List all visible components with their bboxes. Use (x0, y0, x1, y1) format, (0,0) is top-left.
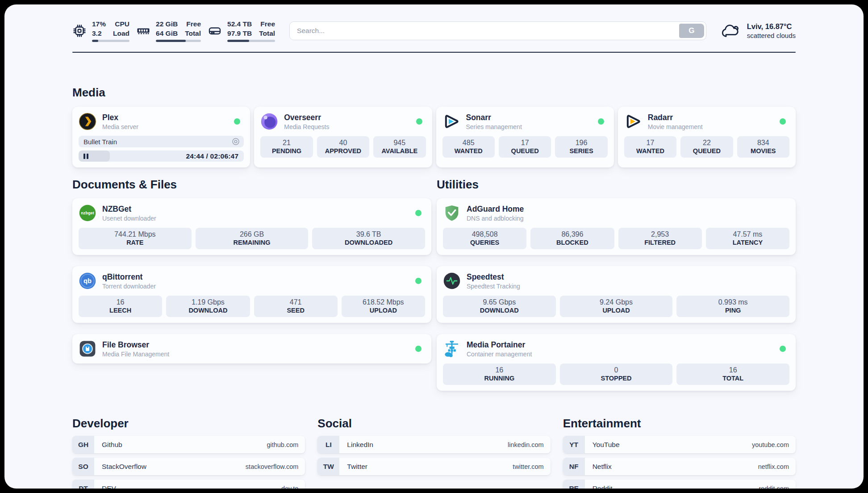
stat-box: 86,396BLOCKED (530, 228, 614, 249)
stat-box: 945AVAILABLE (373, 136, 426, 158)
app-name: Media Portainer (467, 340, 532, 350)
app-subtitle: Media server (102, 123, 138, 130)
adguard-icon (443, 204, 461, 222)
bookmark-url: netflix.com (758, 463, 789, 470)
bookmark-abbr: YT (563, 436, 585, 453)
bookmark-abbr: DT (72, 480, 94, 489)
bookmark-reddit[interactable]: RE Reddit reddit.com (563, 480, 796, 489)
app-card-plex[interactable]: Plex Media server Bullet Train 24:44 / 0 (72, 107, 250, 167)
app-card-qbittorrent[interactable]: qb qBittorrent Torrent downloader 16LEEC… (72, 266, 431, 323)
cloud-icon (721, 23, 741, 38)
app-card-nzbget[interactable]: nzbget NZBGet Usenet downloader 744.21 M… (72, 198, 431, 255)
stat-box: 834MOVIES (737, 136, 789, 158)
app-card-radarr[interactable]: Radarr Movie management 17WANTED 22QUEUE… (618, 107, 796, 167)
bookmark-group-social: Social LI LinkedIn linkedin.com TW Twitt… (317, 391, 550, 489)
cpu-icon (72, 24, 87, 38)
bookmark-abbr: LI (317, 436, 339, 453)
dashboard-page: 17% 3.2 CPU Load (4, 4, 864, 489)
disk-stat: 52.4 TB 97.9 TB Free Total (208, 20, 275, 42)
stat-box: 21PENDING (260, 136, 313, 158)
status-online-dot (416, 118, 422, 125)
stat-box: 618.52 MbpsUPLOAD (342, 296, 425, 317)
media-cards-row: Plex Media server Bullet Train 24:44 / 0 (72, 107, 796, 167)
cpu-load-value: 3.2 (92, 29, 106, 38)
bookmark-name: Netflix (593, 463, 612, 471)
stat-box: 16LEECH (79, 296, 162, 317)
section-title-utilities: Utilities (437, 178, 796, 192)
app-subtitle: Torrent downloader (102, 283, 156, 290)
bookmark-dev[interactable]: DT DEV dev.to (72, 480, 305, 489)
now-playing-time: 24:44 / 02:06:47 (186, 152, 238, 160)
disk-progress-fill (227, 40, 249, 42)
bookmark-abbr: GH (72, 436, 94, 453)
app-card-speedtest[interactable]: Speedtest Speedtest Tracking 9.65 GbpsDO… (437, 266, 796, 323)
bookmark-name: LinkedIn (347, 441, 373, 449)
status-online-dot (780, 346, 786, 352)
header-divider (72, 52, 796, 53)
app-card-overseerr[interactable]: Overseerr Media Requests 21PENDING 40APP… (254, 107, 432, 167)
cpu-stat: 17% 3.2 CPU Load (72, 20, 129, 42)
stat-box: 39.6 TBDOWNLOADED (312, 228, 425, 249)
overseerr-icon (260, 113, 278, 130)
bookmark-name: Github (102, 441, 122, 449)
bookmark-url: github.com (267, 441, 298, 448)
app-subtitle: Media File Management (102, 351, 169, 358)
app-card-adguard[interactable]: AdGuard Home DNS and adblocking 498,508Q… (437, 198, 796, 255)
app-card-filebrowser[interactable]: File Browser Media File Management (72, 334, 431, 363)
bookmark-name: DEV (102, 485, 116, 489)
stat-box: 16TOTAL (676, 363, 789, 385)
ram-stat: 22 GiB 64 GiB Free Total (136, 20, 201, 42)
stat-box: 471SEED (254, 296, 338, 317)
ram-total-value: 64 GiB (156, 29, 178, 38)
record-icon (232, 138, 240, 146)
disk-progress-track (227, 40, 275, 42)
bookmark-url: stackoverflow.com (246, 463, 298, 470)
bookmark-abbr: NF (563, 458, 585, 475)
app-card-sonarr[interactable]: Sonarr Series management 485WANTED 17QUE… (436, 107, 614, 167)
sonarr-icon (442, 113, 460, 130)
app-subtitle: Container management (467, 351, 532, 358)
bookmark-github[interactable]: GH Github github.com (72, 436, 305, 453)
stat-box: 2,953FILTERED (618, 228, 702, 249)
bookmark-name: YouTube (593, 441, 620, 449)
search-bar: G (289, 21, 706, 40)
now-playing-progress: 24:44 / 02:06:47 (79, 150, 244, 162)
stat-box: 196SERIES (555, 136, 607, 158)
app-name: AdGuard Home (467, 205, 524, 214)
app-card-portainer[interactable]: Media Portainer Container management 16R… (437, 334, 796, 391)
bookmark-twitter[interactable]: TW Twitter twitter.com (317, 458, 550, 475)
pause-icon (83, 154, 88, 159)
bookmark-url: dev.to (281, 485, 298, 489)
stat-box: 485WANTED (442, 136, 495, 158)
stat-box: 17WANTED (624, 136, 676, 158)
stat-box: 40APPROVED (317, 136, 369, 158)
ram-icon (136, 24, 150, 38)
stat-box: 22QUEUED (680, 136, 733, 158)
stat-box: 266 GBREMAINING (196, 228, 309, 249)
ram-progress-fill (156, 40, 186, 42)
bookmark-stackoverflow[interactable]: SO StackOverflow stackoverflow.com (72, 458, 305, 475)
search-engine-button[interactable]: G (679, 24, 704, 38)
cpu-progress-track (92, 40, 129, 42)
app-name: Plex (102, 113, 138, 122)
app-subtitle: DNS and adblocking (467, 215, 524, 222)
bookmark-linkedin[interactable]: LI LinkedIn linkedin.com (317, 436, 550, 453)
status-online-dot (234, 118, 240, 125)
bookmark-abbr: RE (563, 480, 585, 489)
speedtest-icon (443, 272, 461, 290)
ram-label-top: Free (185, 20, 201, 29)
filebrowser-icon (79, 340, 96, 358)
bookmark-url: youtube.com (752, 441, 789, 448)
stat-box: 1.19 GbpsDOWNLOAD (166, 296, 250, 317)
status-online-dot (415, 346, 421, 352)
app-name: Radarr (648, 113, 703, 122)
app-subtitle: Series management (466, 123, 522, 130)
status-online-dot (415, 278, 421, 284)
stat-box: 498,508QUERIES (443, 228, 526, 249)
documents-column: Documents & Files nzbget NZBGet Usenet d (72, 167, 431, 363)
bookmark-youtube[interactable]: YT YouTube youtube.com (563, 436, 796, 453)
search-input[interactable] (290, 22, 679, 40)
bookmark-netflix[interactable]: NF Netflix netflix.com (563, 458, 796, 475)
app-name: Speedtest (467, 272, 520, 282)
cpu-progress-fill (92, 40, 98, 42)
